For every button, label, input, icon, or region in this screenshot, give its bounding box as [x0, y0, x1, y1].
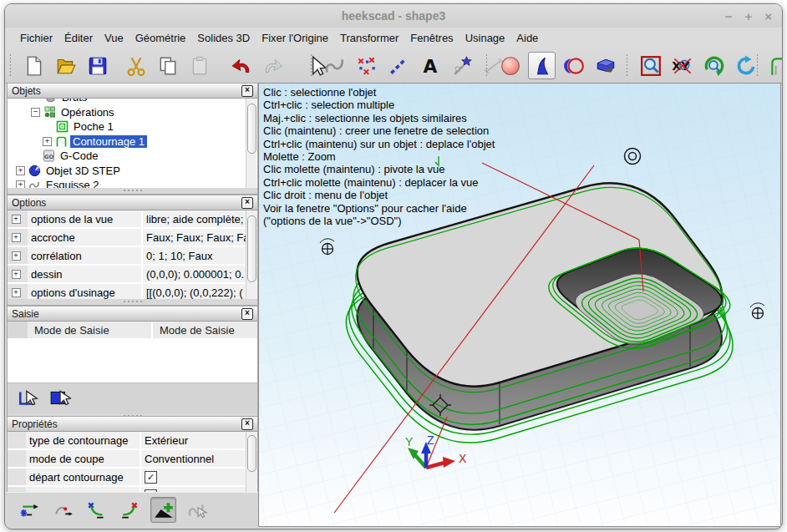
toolbar-drag-handle[interactable] — [485, 53, 489, 77]
lead-in-button[interactable] — [84, 497, 109, 523]
expand-expander[interactable]: + — [16, 166, 25, 175]
option-row-accroche[interactable]: + accroche Faux; Faux; Faux; Fau — [8, 229, 257, 247]
depart-checkbox[interactable]: ✓ — [145, 471, 157, 484]
toolbar-drag-handle[interactable] — [755, 53, 759, 77]
menu-fichier[interactable]: Fichier — [14, 29, 58, 47]
expand-expander[interactable]: + — [16, 180, 25, 188]
torus-button[interactable] — [560, 52, 587, 79]
tree-item-gcode[interactable]: GO G-Code — [8, 149, 257, 164]
zoom-xy-button[interactable]: XY — [668, 52, 696, 79]
expand-expander[interactable]: + — [43, 137, 52, 146]
text-button[interactable]: A — [416, 52, 444, 79]
maximize-button[interactable]: + — [744, 10, 752, 23]
menu-fixer-origine[interactable]: Fixer l'Origine — [256, 29, 334, 47]
sphere-button[interactable] — [496, 52, 524, 79]
option-row-vue[interactable]: + options de la vue libre; aide complète… — [8, 210, 257, 229]
collapse-expander[interactable]: − — [31, 108, 40, 117]
menu-fenetres[interactable]: Fenêtres — [404, 29, 459, 47]
lead-out-button[interactable] — [117, 497, 143, 523]
proprietes-scrollbar-thumb[interactable] — [247, 435, 256, 472]
spline-icon — [324, 55, 346, 77]
tree-item-bruts[interactable]: Bruts — [8, 99, 257, 105]
tree-item-objet-3d-step[interactable]: + Objet 3D STEP — [8, 164, 257, 179]
saisie-col-1: Mode de Saisie — [28, 322, 153, 338]
save-icon — [87, 55, 109, 77]
menu-usinage[interactable]: Usinage — [460, 29, 511, 47]
points-button[interactable] — [353, 52, 380, 79]
add-material-button[interactable] — [150, 497, 176, 523]
zoom-extents-button[interactable] — [700, 52, 728, 79]
tree-item-poche-1[interactable]: Poche 1 — [8, 119, 257, 134]
property-row-mode[interactable]: mode de coupe Conventionnel — [8, 450, 257, 469]
cut-button[interactable] — [122, 52, 150, 79]
menu-solides-3d[interactable]: Solides 3D — [191, 29, 256, 47]
objets-close-icon[interactable]: × — [241, 85, 253, 97]
zoom-extents-icon — [703, 55, 725, 77]
options-resize-grip[interactable] — [8, 299, 257, 303]
toolbar-drag-handle[interactable] — [8, 53, 13, 77]
redo-button[interactable] — [259, 52, 287, 79]
proprietes-scrollbar[interactable] — [246, 432, 256, 493]
option-row-dessin[interactable]: + dessin (0,0,0); 0.000001; 0. — [8, 266, 257, 284]
objets-scrollbar[interactable] — [246, 99, 256, 188]
menu-aide[interactable]: Aide — [510, 29, 544, 47]
saisie-mode-buttons — [8, 383, 257, 413]
expand-expander[interactable]: + — [12, 270, 21, 279]
save-button[interactable] — [84, 52, 111, 79]
undo-button[interactable] — [227, 52, 255, 79]
tree-item-operations[interactable]: − Opérations — [8, 105, 257, 120]
profile-button[interactable] — [765, 52, 783, 79]
axis-y-label: Y — [405, 435, 414, 448]
option-row-usinage[interactable]: + options d'usinage [[(0,0,0); (0,0,222)… — [8, 284, 257, 299]
menu-geometrie[interactable]: Géométrie — [129, 29, 192, 47]
menu-editer[interactable]: Éditer — [58, 29, 99, 47]
viewport-3d[interactable]: X Y Z Clic : selectionne l'objet Ctrl+cl… — [258, 83, 781, 527]
toolbar-drag-handle[interactable] — [309, 53, 313, 77]
tree-item-contournage-1[interactable]: + Contournage 1 — [8, 134, 257, 149]
surface-button[interactable] — [528, 52, 556, 79]
line-button[interactable] — [384, 52, 412, 79]
magic-wand-button[interactable] — [448, 52, 475, 79]
property-row-depart[interactable]: départ contournage ✓ — [8, 469, 257, 487]
paste-button[interactable] — [185, 52, 213, 79]
select-mode-on-button[interactable] — [48, 386, 73, 411]
toolbar-drag-handle[interactable] — [625, 53, 629, 77]
tree-item-esquisse-2[interactable]: + Esquisse 2 — [8, 178, 257, 188]
new-document-button[interactable] — [20, 52, 48, 79]
solid-sculpt-button[interactable] — [592, 52, 619, 79]
expand-expander[interactable]: + — [12, 233, 21, 242]
expand-expander[interactable]: + — [12, 251, 21, 261]
exit-move-button[interactable] — [50, 497, 76, 523]
main-toolbar: A XY — [5, 48, 782, 84]
open-folder-button[interactable] — [52, 52, 79, 79]
options-scrollbar[interactable] — [246, 210, 256, 299]
objets-resize-grip[interactable] — [8, 188, 257, 192]
proprietes-panel: Propriétés × type de contournage Extérie… — [7, 416, 258, 492]
minimize-button[interactable]: − — [725, 10, 733, 23]
proprietes-grid: type de contournage Extérieur mode de co… — [8, 432, 257, 493]
spline-button[interactable] — [321, 52, 348, 79]
titlebar[interactable]: heekscad - shape3 − + × — [5, 4, 782, 28]
torus-icon — [563, 55, 585, 77]
option-row-correlation[interactable]: + corrélation 0; 1; 10; Faux — [8, 247, 257, 266]
options-scrollbar-thumb[interactable] — [247, 215, 256, 282]
zoom-window-button[interactable] — [637, 52, 664, 79]
menu-transformer[interactable]: Transformer — [334, 29, 404, 47]
objets-scrollbar-thumb[interactable] — [247, 104, 256, 154]
expand-expander[interactable]: + — [12, 215, 21, 224]
rotate-view-icon — [735, 55, 757, 77]
entry-move-button[interactable] — [17, 497, 43, 523]
close-button[interactable]: × — [764, 10, 772, 23]
menu-vue[interactable]: Vue — [99, 29, 129, 47]
select-mode-off-button[interactable] — [16, 386, 41, 411]
proprietes-close-icon[interactable]: × — [241, 418, 253, 430]
options-close-icon[interactable]: × — [241, 197, 253, 209]
property-row-type[interactable]: type de contournage Extérieur — [8, 432, 257, 450]
expand-expander[interactable]: + — [12, 288, 21, 297]
cut-icon — [125, 55, 147, 77]
copy-button[interactable] — [154, 52, 181, 79]
op-sketch-button[interactable] — [184, 497, 210, 523]
saisie-close-icon[interactable]: × — [241, 308, 253, 320]
axis-x-label: X — [459, 452, 467, 465]
magic-wand-icon — [451, 55, 473, 77]
